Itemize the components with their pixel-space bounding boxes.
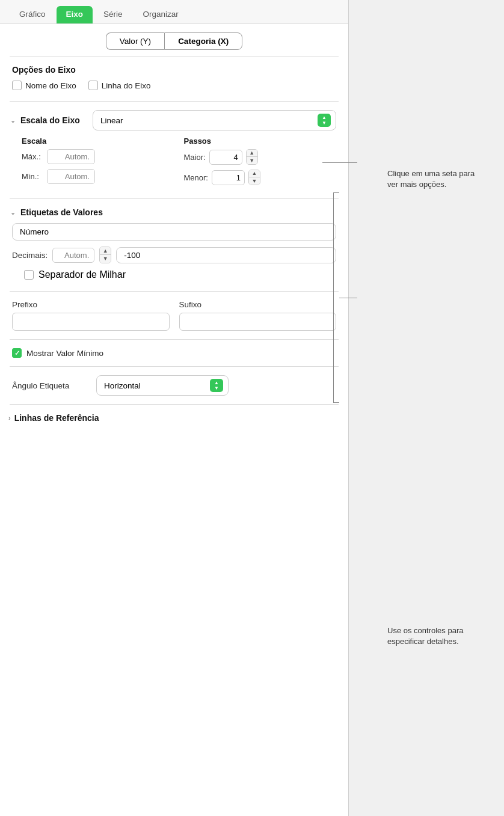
prefixo-input[interactable]: [12, 313, 170, 331]
bracket-2: [333, 192, 339, 403]
up-arrow-icon: ▲: [322, 115, 327, 120]
min-row: Mín.:: [22, 169, 174, 184]
down-arrow-icon-3: ▼: [326, 254, 331, 259]
angulo-label: Ângulo Etiqueta: [12, 381, 90, 390]
categoria-x-button[interactable]: Categoria (X): [164, 32, 242, 50]
min-label: Mín.:: [22, 172, 43, 181]
panel: Gráfico Eixo Série Organizar Valor (Y) C…: [0, 0, 349, 816]
annotation-1: Clique em uma seta para ver mais opções.: [387, 168, 484, 190]
mostrar-checkbox[interactable]: [12, 348, 22, 358]
max-label: Máx.:: [22, 152, 43, 161]
opcoes-eixo-title: Opções do Eixo: [12, 65, 336, 75]
maior-input[interactable]: [209, 150, 242, 165]
up-arrow-icon-2: ▲: [319, 230, 324, 236]
linhas-referencia-header[interactable]: › Linhas de Referência: [0, 405, 348, 431]
escala-dropdown[interactable]: Linear ▲ ▼: [93, 110, 336, 130]
sufixo-input[interactable]: [179, 313, 337, 331]
up-arrow-icon-3: ▲: [319, 254, 324, 259]
annotation-2-text: Use os controles para especificar detalh…: [387, 625, 484, 647]
escala-col-label: Escala: [22, 137, 174, 146]
tab-eixo[interactable]: Eixo: [57, 6, 93, 23]
tab-bar: Gráfico Eixo Série Organizar: [0, 0, 348, 24]
mostrar-row: Mostrar Valor Mínimo: [0, 340, 348, 366]
etiquetas-title: Etiquetas de Valores: [20, 207, 103, 217]
opcoes-checkboxes: Nome do Eixo Linha do Eixo: [12, 81, 336, 90]
prefixo-label: Prefixo: [12, 300, 170, 309]
etiquetas-type-dropdown[interactable]: Número ▲ ▼: [12, 223, 336, 241]
down-arrow-icon-4: ▼: [214, 386, 219, 391]
separador-label: Separador de Milhar: [38, 269, 126, 280]
annotation-area: Clique em uma seta para ver mais opções.…: [349, 0, 504, 816]
angulo-dropdown-arrows: ▲ ▼: [210, 379, 223, 392]
escala-dropdown-value: Linear: [100, 116, 123, 125]
maior-row: Maior: ▲ ▼: [184, 149, 337, 165]
maior-up-button[interactable]: ▲: [247, 150, 257, 157]
nome-eixo-item: Nome do Eixo: [12, 81, 76, 90]
valor-y-button[interactable]: Valor (Y): [106, 32, 164, 50]
menor-up-button[interactable]: ▲: [249, 170, 260, 177]
prefix-suffix-inputs: [12, 313, 336, 331]
escala-row: Escala do Eixo Linear ▲ ▼: [20, 110, 336, 130]
opcoes-eixo-section: Opções do Eixo Nome do Eixo Linha do Eix…: [0, 57, 348, 101]
escala-chevron-icon: ⌄: [8, 116, 17, 124]
menor-down-button[interactable]: ▼: [249, 177, 260, 185]
annotation-2-container: Use os controles para especificar detalh…: [357, 192, 496, 433]
min-input[interactable]: [47, 169, 95, 184]
linha-eixo-label: Linha do Eixo: [102, 81, 151, 90]
tab-grafico[interactable]: Gráfico: [10, 6, 55, 23]
maior-down-button[interactable]: ▼: [247, 157, 257, 164]
decimais-dropdown-arrows: ▲ ▼: [319, 251, 331, 260]
annotation-1-text: Clique em uma seta para ver mais opções.: [387, 168, 484, 190]
maior-stepper[interactable]: ▲ ▼: [246, 149, 258, 165]
max-input[interactable]: [47, 149, 95, 164]
decimais-value: -100: [124, 251, 140, 260]
etiquetas-dropdown-arrows: ▲ ▼: [319, 227, 331, 236]
menor-input[interactable]: [212, 170, 245, 185]
decimais-row: Decimais: ▲ ▼ -100 ▲ ▼: [12, 247, 336, 263]
separador-checkbox[interactable]: [24, 270, 34, 280]
passos-col-label: Passos: [184, 137, 337, 146]
maior-label: Maior:: [184, 153, 206, 162]
up-arrow-icon-4: ▲: [214, 381, 219, 385]
annotation-line-1: [322, 162, 357, 163]
menor-label: Menor:: [184, 173, 208, 182]
decimais-stepper[interactable]: ▲ ▼: [99, 247, 111, 263]
etiquetas-header[interactable]: ⌄ Etiquetas de Valores: [0, 199, 348, 223]
decimais-label: Decimais:: [12, 251, 48, 260]
menor-stepper[interactable]: ▲ ▼: [248, 170, 260, 185]
down-arrow-icon-2: ▼: [326, 230, 331, 236]
menor-row: Menor: ▲ ▼: [184, 170, 337, 185]
scale-grid: Escala Máx.: Mín.: Passos Maior: ▲ ▼: [0, 137, 348, 198]
escala-dropdown-arrows: ▲ ▼: [318, 114, 331, 127]
annotation-2: Use os controles para especificar detalh…: [387, 625, 484, 647]
nome-eixo-label: Nome do Eixo: [25, 81, 76, 90]
linhas-referencia-title: Linhas de Referência: [14, 413, 99, 423]
sufixo-label: Sufixo: [179, 300, 337, 309]
angulo-dropdown-value: Horizontal: [104, 381, 141, 390]
prefix-suffix-section: Prefixo Sufixo: [0, 292, 348, 339]
linha-eixo-checkbox[interactable]: [88, 81, 98, 90]
axis-selector: Valor (Y) Categoria (X): [0, 24, 348, 56]
passos-col: Passos Maior: ▲ ▼ Menor: ▲ ▼: [184, 137, 337, 190]
annotation-line-2: [339, 298, 357, 298]
etiquetas-section: Número ▲ ▼ Decimais: ▲ ▼ -100 ▲ ▼: [0, 223, 348, 291]
decimais-down-button[interactable]: ▼: [100, 255, 111, 263]
mostrar-label: Mostrar Valor Mínimo: [26, 349, 103, 358]
nome-eixo-checkbox[interactable]: [12, 81, 22, 90]
max-row: Máx.:: [22, 149, 174, 164]
prefix-suffix-labels: Prefixo Sufixo: [12, 300, 336, 309]
escala-col: Escala Máx.: Mín.:: [22, 137, 174, 190]
linhas-chevron-icon: ›: [8, 414, 11, 422]
decimais-value-dropdown[interactable]: -100 ▲ ▼: [116, 247, 336, 263]
down-arrow-icon: ▼: [322, 121, 327, 126]
decimais-up-button[interactable]: ▲: [100, 247, 111, 255]
tab-organizar[interactable]: Organizar: [134, 6, 188, 23]
etiquetas-type-value: Número: [20, 227, 49, 236]
tab-serie[interactable]: Série: [94, 6, 132, 23]
decimais-input[interactable]: [52, 248, 94, 263]
escala-eixo-label: Escala do Eixo: [20, 115, 87, 125]
angulo-dropdown[interactable]: Horizontal ▲ ▼: [96, 375, 229, 396]
angulo-row: Ângulo Etiqueta Horizontal ▲ ▼: [0, 367, 348, 404]
escala-eixo-header[interactable]: ⌄ Escala do Eixo Linear ▲ ▼: [0, 102, 348, 137]
separador-row: Separador de Milhar: [12, 269, 336, 280]
